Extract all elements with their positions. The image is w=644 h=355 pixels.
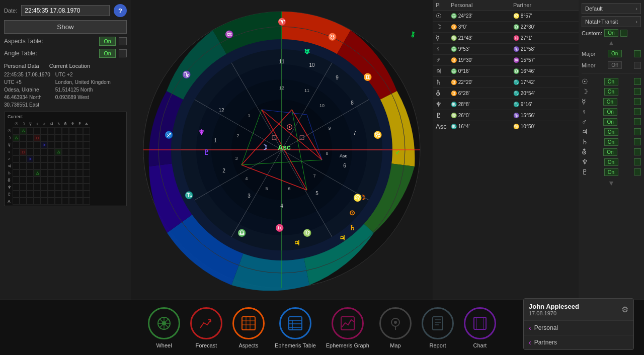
nav-item-chart[interactable]: Chart xyxy=(464,307,496,348)
mini-aspect-cell xyxy=(34,191,41,198)
mini-aspect-cell xyxy=(13,162,20,169)
personal-option[interactable]: ‹ Personal xyxy=(524,320,633,335)
svg-text:3: 3 xyxy=(248,193,251,199)
planet-toggle-chk-8[interactable] xyxy=(634,158,641,165)
planet-personal-pos: ♊ 19°30' xyxy=(451,57,513,63)
nav-item-ephemeris-graph[interactable]: Ephemeris Graph xyxy=(326,307,369,348)
angle-table-toggle[interactable]: On xyxy=(99,49,116,58)
nav-item-report[interactable]: Report xyxy=(422,307,454,348)
mini-aspect-cell xyxy=(41,169,48,176)
date-input[interactable] xyxy=(21,5,110,16)
nav-item-wheel[interactable]: Wheel xyxy=(148,307,180,348)
nav-item-aspects[interactable]: Aspects xyxy=(232,307,265,348)
major-checkbox[interactable] xyxy=(634,50,641,57)
planet-toggle-chk-3[interactable] xyxy=(634,108,641,115)
planet-toggle-row-6: ♄ On xyxy=(582,137,641,147)
mini-row-label: ♂ xyxy=(6,155,13,162)
mini-aspect-cell xyxy=(69,148,76,155)
planet-toggle-btn-3[interactable]: On xyxy=(603,108,617,116)
personal-data-title: Personal Data xyxy=(4,63,39,69)
mini-aspect-cell xyxy=(48,148,55,155)
aspects-table-checkbox[interactable] xyxy=(119,37,127,45)
major-toggle[interactable]: On xyxy=(608,50,622,57)
svg-text:⚷: ⚷ xyxy=(410,30,415,38)
planet-toggle-chk-7[interactable] xyxy=(634,148,641,155)
mini-aspect-cell xyxy=(76,127,83,134)
default-preset-button[interactable]: Default › xyxy=(582,3,641,14)
angle-table-label: Angle Table: xyxy=(4,50,96,57)
planet-row: ♀ ♎ 9°53' ♑ 21°58' xyxy=(433,44,579,55)
planet-toggle-btn-4[interactable]: On xyxy=(603,118,617,126)
mini-aspect-cell xyxy=(76,148,83,155)
planet-toggle-chk-2[interactable] xyxy=(634,98,641,105)
planet-toggle-row-8: ♆ On xyxy=(582,157,641,167)
nav-item-ephemeris-table[interactable]: Ephemeris Table xyxy=(275,307,316,348)
angle-table-checkbox[interactable] xyxy=(119,49,127,57)
svg-text:♄: ♄ xyxy=(349,224,356,232)
mini-aspect-cell xyxy=(62,148,69,155)
svg-rect-104 xyxy=(476,317,484,329)
natal-transit-button[interactable]: Natal+Transit › xyxy=(582,16,641,27)
planet-toggle-btn-9[interactable]: On xyxy=(604,168,618,176)
planet-toggle-chk-9[interactable] xyxy=(634,168,641,175)
custom-toggle[interactable]: On xyxy=(604,29,618,37)
nav-icon-forecast xyxy=(190,307,222,339)
personal-utc: UTC +5 xyxy=(4,78,50,86)
mini-table-row: ☿⚹ xyxy=(6,141,125,148)
mini-row-label: ☉ xyxy=(6,127,13,134)
planet-toggle-btn-6[interactable]: On xyxy=(604,138,618,146)
mini-aspect-cell xyxy=(76,184,83,191)
planet-toggle-chk-6[interactable] xyxy=(634,138,641,145)
planet-toggle-btn-8[interactable]: On xyxy=(604,158,618,166)
svg-text:4: 4 xyxy=(280,203,283,209)
planet-toggle-symbol-0: ☉ xyxy=(582,77,588,85)
mini-aspect-cell xyxy=(41,162,48,169)
planet-partner-pos: ♑ 21°58' xyxy=(513,46,576,52)
planet-toggle-chk-5[interactable] xyxy=(634,128,641,135)
scroll-down-arrow[interactable]: ▼ xyxy=(582,179,641,187)
planet-toggle-symbol-6: ♄ xyxy=(582,138,588,146)
aspects-table-toggle[interactable]: On xyxy=(99,37,116,46)
aspects-panel: Default › Natal+Transit › Custom: On ▲ M… xyxy=(579,0,644,300)
scroll-up-arrow[interactable]: ▲ xyxy=(582,39,641,47)
svg-text:5: 5 xyxy=(265,186,268,191)
svg-text:☉: ☉ xyxy=(286,123,293,131)
planet-toggle-chk-0[interactable] xyxy=(634,78,641,85)
mini-aspect-cell xyxy=(13,191,20,198)
custom-checkbox[interactable] xyxy=(620,30,627,37)
show-button[interactable]: Show xyxy=(4,20,127,34)
svg-text:□: □ xyxy=(300,133,304,141)
mini-aspect-cell xyxy=(62,134,69,141)
planet-toggle-btn-0[interactable]: On xyxy=(604,78,618,85)
major-label: Major xyxy=(582,51,596,57)
planet-row: ☉ ♎ 24°23' ♌ 8°57' xyxy=(433,11,579,22)
nav-item-map[interactable]: Map xyxy=(379,307,412,348)
svg-text:10: 10 xyxy=(319,103,325,108)
planet-partner-pos: ♓ 27°1' xyxy=(513,35,576,41)
svg-text:♈: ♈ xyxy=(278,18,287,26)
mini-aspect-cell xyxy=(69,198,76,205)
mini-aspect-cell xyxy=(62,141,69,148)
planet-toggle-chk-1[interactable] xyxy=(634,88,641,95)
planet-toggle-btn-5[interactable]: On xyxy=(604,128,618,136)
nav-item-forecast[interactable]: Forecast xyxy=(190,307,222,348)
planet-personal-pos: ♊ 3°0' xyxy=(451,24,513,30)
svg-text:♃: ♃ xyxy=(339,234,346,242)
svg-text:♎: ♎ xyxy=(237,229,247,237)
minor-toggle[interactable]: Off xyxy=(608,61,622,69)
planet-toggle-btn-1[interactable]: On xyxy=(604,88,618,96)
mini-row-label: ☿ xyxy=(6,141,13,148)
planet-toggle-btn-7[interactable]: On xyxy=(603,148,617,156)
planet-toggle-btn-2[interactable]: On xyxy=(603,98,617,106)
gear-icon[interactable]: ⚙ xyxy=(621,305,628,314)
planet-toggle-chk-4[interactable] xyxy=(634,118,641,125)
planet-toggle-symbol-2: ☿ xyxy=(582,98,586,106)
partners-option[interactable]: ‹ Partners xyxy=(524,335,633,349)
help-button[interactable]: ? xyxy=(114,4,127,17)
minor-checkbox[interactable] xyxy=(634,62,641,69)
planet-symbol: ♄ xyxy=(436,78,451,86)
personal-label: Personal xyxy=(534,324,558,331)
svg-text:3: 3 xyxy=(235,156,237,161)
left-panel: Date: ? Show Aspects Table: On Angle Tab… xyxy=(0,0,131,300)
planet-toggle-symbol-9: ♇ xyxy=(582,168,588,176)
